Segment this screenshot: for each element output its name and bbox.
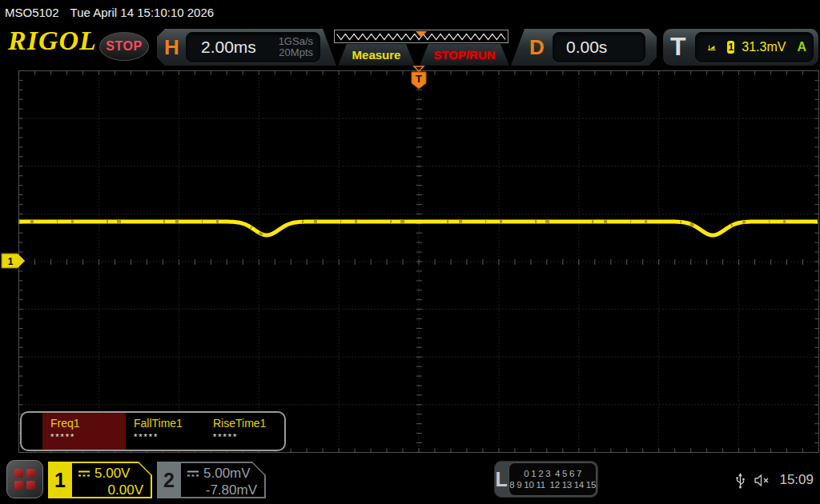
- delay-label: D: [529, 35, 545, 60]
- clock: 15:09: [779, 472, 814, 488]
- measurement-value: *****: [213, 432, 284, 442]
- channel2-scale: 5.00mV: [203, 465, 251, 482]
- channel1-marker-body: [2, 254, 25, 268]
- dc-coupling-icon: [187, 470, 199, 478]
- measurement-value: *****: [50, 432, 126, 442]
- channel1-marker-label: 1: [8, 256, 14, 267]
- header-bar: RIGOL STOP H 2.00ms 1GSa/s 20Mpts Measur…: [0, 24, 820, 69]
- measurement-item-falltime1[interactable]: FallTime1*****: [126, 413, 205, 450]
- status-icons: 15:09: [735, 456, 814, 504]
- channel1-scale: 5.00V: [94, 465, 130, 482]
- speaker-muted-icon: [754, 474, 770, 486]
- measurement-item-freq1[interactable]: Freq1*****: [42, 413, 126, 450]
- waveform-overview-strip[interactable]: [334, 30, 508, 43]
- trigger-box[interactable]: T 1 31.3mV A: [663, 29, 818, 66]
- datetime: Tue April 14 15:10:10 2026: [70, 6, 215, 19]
- measurement-label: Freq1: [50, 417, 126, 430]
- model-name: MSO5102: [5, 6, 59, 19]
- rigol-logo: RIGOL: [8, 26, 97, 56]
- measure-button-label: Measure: [352, 48, 401, 62]
- layout-square-icon: [26, 469, 35, 478]
- timebase-value: 2.00ms: [201, 38, 256, 57]
- trigger-sweep-mode: A: [797, 40, 806, 54]
- horizontal-label: H: [164, 35, 179, 60]
- acquisition-state-label: STOP: [106, 39, 142, 54]
- measurement-results-panel[interactable]: Freq1*****FallTime1*****RiseTime1*****: [20, 411, 286, 451]
- measure-button[interactable]: Measure: [338, 44, 415, 66]
- acquisition-state-badge: STOP: [99, 32, 149, 61]
- digital-channels-row2: 8 9 10 11 12 13 14 15: [509, 479, 596, 490]
- channel1-offset: 0.00V: [108, 482, 143, 498]
- stop-run-button[interactable]: STOP/RUN: [420, 44, 509, 66]
- trigger-label: T: [670, 32, 686, 62]
- dc-coupling-icon: [78, 470, 90, 478]
- delay-value: 0.00s: [566, 38, 607, 57]
- channel2-number: 2: [157, 462, 181, 498]
- horizontal-delay-box[interactable]: D 0.00s: [511, 29, 657, 66]
- trigger-source-badge: 1: [727, 41, 734, 54]
- memory-depth: 20Mpts: [279, 46, 313, 58]
- sample-rate: 1GSa/s: [279, 35, 313, 47]
- digital-channels-row1: 0 1 2 3 4 5 6 7: [524, 468, 581, 479]
- channel2-offset: -7.80mV: [206, 482, 257, 498]
- top-info-bar: MSO5102 Tue April 14 15:10:10 2026: [0, 0, 820, 24]
- horizontal-timebase-box[interactable]: H 2.00ms 1GSa/s 20Mpts: [157, 29, 336, 66]
- measurement-item-risetime1[interactable]: RiseTime1*****: [205, 413, 284, 450]
- trigger-position-marker[interactable]: T: [412, 66, 426, 89]
- usb-icon: [735, 472, 746, 489]
- measurement-value: *****: [134, 432, 205, 442]
- layout-square-icon: [14, 481, 23, 490]
- logic-analyzer-badge[interactable]: L 0 1 2 3 4 5 6 7 8 9 10 11 12 13 14 15: [494, 461, 598, 498]
- stop-run-button-label: STOP/RUN: [433, 48, 495, 62]
- channel1-number: 1: [48, 462, 72, 498]
- bottom-status-bar: 1 5.00V 0.00V 2 5.00mV: [0, 456, 820, 504]
- measurement-label: RiseTime1: [213, 417, 284, 430]
- channel1-position-marker[interactable]: 1: [2, 254, 25, 268]
- window-layout-button[interactable]: [6, 460, 43, 498]
- layout-square-icon: [26, 481, 35, 490]
- trigger-marker-label: T: [416, 73, 422, 85]
- measurement-label: FallTime1: [134, 417, 205, 430]
- trigger-level-value: 31.3mV: [742, 40, 786, 54]
- layout-square-icon: [14, 469, 23, 478]
- falling-edge-trigger-icon: [707, 40, 716, 54]
- channel1-badge[interactable]: 1 5.00V 0.00V: [48, 462, 152, 498]
- overview-zigzag: [335, 30, 508, 42]
- channel2-badge[interactable]: 2 5.00mV -7.80mV: [157, 462, 266, 498]
- logic-label: L: [495, 462, 508, 497]
